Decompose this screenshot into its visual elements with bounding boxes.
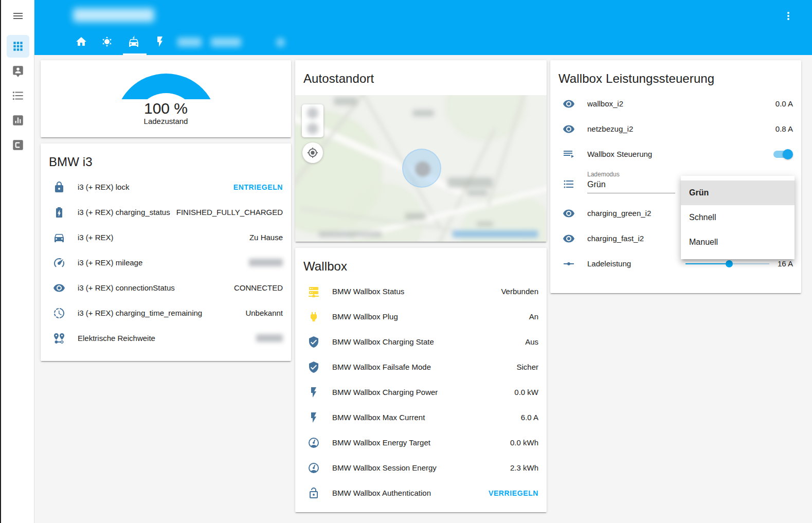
account-badge-icon: [11, 64, 25, 78]
server-network-icon: [308, 285, 320, 298]
format-list-bulleted-icon: [563, 178, 575, 190]
gauge-card[interactable]: 100 % Ladezustand: [41, 60, 291, 137]
entity-name: i3 (+ REX) connectionStatus: [78, 283, 234, 292]
ladeleistung-slider[interactable]: [685, 259, 769, 269]
lock-action[interactable]: VERRIEGELN: [489, 489, 538, 497]
menu-item-schnell[interactable]: Schnell: [681, 205, 795, 230]
menu-icon[interactable]: [11, 10, 25, 22]
entity-row[interactable]: i3 (+ REX) Zu Hause: [41, 225, 291, 250]
entity-row[interactable]: BMW Wallbox Max Current 6.0 A: [295, 405, 547, 430]
entity-row[interactable]: BMW Wallbox Status Verbunden: [295, 279, 547, 304]
sidebar-item-c[interactable]: [7, 134, 29, 156]
zoom-in-button[interactable]: [307, 107, 318, 119]
lademodus-select[interactable]: Lademodus Grün: [587, 171, 675, 193]
entity-name: Elektrische Reichweite: [78, 334, 256, 342]
entity-row[interactable]: netzbezug_i2 0.8 A: [550, 116, 801, 141]
active-tab-indicator: [123, 53, 147, 55]
entity-row[interactable]: BMW Wallbox Energy Target 0.0 kWh: [295, 430, 547, 455]
entity-row[interactable]: BMW Wallbox Plug An: [295, 304, 547, 329]
menu-item-manuell[interactable]: Manuell: [681, 230, 795, 255]
entity-name: BMW Wallbox Max Current: [332, 413, 521, 422]
entity-name: Ladeleistung: [587, 259, 679, 268]
map-zoom-controls[interactable]: [302, 104, 323, 137]
shield-check-icon: [308, 336, 320, 348]
entity-value: Unbekannt: [245, 309, 283, 317]
sidebar-item-account[interactable]: [7, 60, 29, 82]
entity-row[interactable]: Wallbox Steuerung: [550, 141, 801, 167]
page-title-redacted: [73, 8, 154, 22]
unlock-action[interactable]: ENTRIEGELN: [233, 183, 283, 191]
entity-name: i3 (+ REX): [78, 233, 249, 242]
tab-energy[interactable]: [154, 35, 166, 48]
eye-icon: [563, 123, 575, 135]
alpha-c-box-icon: [11, 138, 25, 152]
map-locate-button[interactable]: [302, 142, 323, 163]
entity-value: Sicher: [516, 363, 538, 371]
sidebar-item-stats[interactable]: [7, 109, 29, 132]
entity-value: FINISHED_FULLY_CHARGED: [176, 208, 283, 217]
entity-value: Verbunden: [501, 287, 538, 296]
tab-home[interactable]: [75, 35, 87, 48]
entity-row[interactable]: BMW Wallbox Session Energy 2.3 kWh: [295, 455, 547, 480]
map-label-redacted: [334, 97, 357, 105]
entity-name: BMW Wallbox Charging State: [332, 337, 525, 346]
bmw-i3-card: BMW i3 i3 (+ REX) lock ENTRIEGELN i3 (+ …: [41, 143, 291, 361]
entity-name: i3 (+ REX) charging_time_remaining: [78, 309, 245, 317]
gauge-value: 100 %: [115, 100, 218, 117]
entity-name: BMW Wallbox Plug: [332, 312, 529, 321]
select-label: Lademodus: [587, 171, 675, 178]
entity-row[interactable]: BMW Wallbox Failsafe Mode Sicher: [295, 354, 547, 380]
entity-row[interactable]: wallbox_i2 0.0 A: [550, 91, 801, 116]
playlist-play-icon: [563, 148, 575, 160]
entity-row[interactable]: Elektrische Reichweite: [41, 326, 291, 351]
location-map[interactable]: [295, 95, 547, 242]
apps-icon: [11, 40, 25, 53]
tab-redacted-1[interactable]: [177, 38, 202, 47]
app-header: [34, 0, 812, 55]
entity-value: 0.0 kW: [514, 388, 538, 396]
wallbox-steuerung-toggle[interactable]: [773, 149, 792, 159]
entity-name: i3 (+ REX) charging_status: [78, 208, 176, 217]
car-location-marker[interactable]: [402, 149, 441, 188]
view-tabs: [34, 26, 812, 55]
slider-value: 16 A: [770, 259, 793, 268]
entity-picture-blurred: [415, 161, 430, 177]
entity-row[interactable]: i3 (+ REX) charging_status FINISHED_FULL…: [41, 200, 291, 225]
tab-redacted-3[interactable]: [276, 38, 285, 47]
eye-icon: [53, 282, 65, 294]
flash-icon: [308, 411, 320, 424]
app-sidebar: [1, 0, 34, 523]
map-marker-distance-icon: [53, 332, 65, 345]
flash-icon: [308, 386, 320, 399]
speedometer-icon: [53, 257, 65, 269]
entity-name: BMW Wallbox Charging Power: [332, 388, 514, 396]
lock-icon: [53, 181, 65, 193]
entity-row[interactable]: i3 (+ REX) connectionStatus CONNECTED: [41, 275, 291, 300]
tab-weather[interactable]: [101, 35, 113, 48]
entity-row[interactable]: BMW Wallbox Charging State Aus: [295, 329, 547, 354]
map-attribution-redacted: [319, 231, 382, 237]
sidebar-nav: [1, 34, 34, 158]
lademodus-dropdown-menu: Grün Schnell Manuell: [681, 176, 795, 259]
entity-row[interactable]: i3 (+ REX) charging_time_remaining Unbek…: [41, 300, 291, 326]
entity-name: Wallbox Steuerung: [587, 150, 773, 158]
map-attribution-links-redacted[interactable]: [453, 230, 538, 238]
sun-icon: [101, 35, 113, 48]
entity-row[interactable]: BMW Wallbox Authentication VERRIEGELN: [295, 480, 547, 506]
zoom-out-button[interactable]: [307, 123, 318, 134]
tab-redacted-2[interactable]: [211, 38, 241, 47]
tab-car[interactable]: [128, 35, 140, 48]
card-title: Wallbox: [295, 248, 547, 279]
sidebar-item-list[interactable]: [7, 84, 29, 107]
map-card: Autostandort: [295, 60, 547, 242]
entity-value: 2.3 kWh: [510, 463, 538, 472]
update-icon: [53, 307, 65, 319]
sidebar-item-dashboard[interactable]: [7, 35, 29, 58]
menu-item-gruen[interactable]: Grün: [681, 181, 795, 205]
entity-row[interactable]: BMW Wallbox Charging Power 0.0 kW: [295, 380, 547, 405]
entity-row[interactable]: i3 (+ REX) lock ENTRIEGELN: [41, 174, 291, 200]
overflow-menu-icon[interactable]: [782, 10, 795, 22]
entity-name: BMW Wallbox Energy Target: [332, 438, 510, 447]
entity-name: i3 (+ REX) lock: [78, 183, 233, 191]
entity-row[interactable]: i3 (+ REX) mileage: [41, 250, 291, 275]
